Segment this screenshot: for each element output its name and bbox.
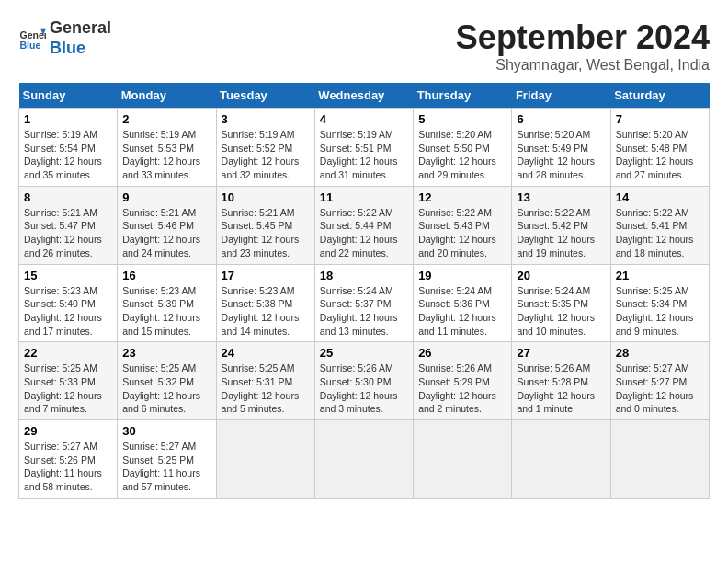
day-info: Sunrise: 5:23 AMSunset: 5:40 PMDaylight:…: [24, 284, 112, 339]
calendar-week-3: 15Sunrise: 5:23 AMSunset: 5:40 PMDayligh…: [19, 264, 710, 342]
header-cell-monday: Monday: [118, 83, 216, 109]
month-title: September 2024: [456, 18, 710, 57]
header-cell-wednesday: Wednesday: [314, 83, 413, 109]
day-info: Sunrise: 5:25 AMSunset: 5:34 PMDaylight:…: [616, 284, 704, 339]
day-cell-29: 29Sunrise: 5:27 AMSunset: 5:26 PMDayligh…: [19, 420, 118, 499]
day-cell-8: 8Sunrise: 5:21 AMSunset: 5:47 PMDaylight…: [19, 186, 118, 264]
day-cell-19: 19Sunrise: 5:24 AMSunset: 5:36 PMDayligh…: [414, 264, 512, 342]
day-cell-25: 25Sunrise: 5:26 AMSunset: 5:30 PMDayligh…: [314, 342, 413, 420]
day-number: 9: [122, 190, 210, 204]
day-cell-16: 16Sunrise: 5:23 AMSunset: 5:39 PMDayligh…: [118, 264, 216, 342]
day-number: 28: [616, 346, 704, 360]
day-number: 29: [24, 424, 112, 438]
day-number: 24: [222, 346, 310, 360]
day-info: Sunrise: 5:19 AMSunset: 5:53 PMDaylight:…: [122, 128, 210, 182]
day-number: 25: [320, 346, 408, 360]
day-cell-2: 2Sunrise: 5:19 AMSunset: 5:53 PMDaylight…: [118, 109, 216, 187]
day-number: 16: [122, 269, 210, 282]
day-info: Sunrise: 5:23 AMSunset: 5:39 PMDaylight:…: [122, 284, 210, 339]
calendar-week-4: 22Sunrise: 5:25 AMSunset: 5:33 PMDayligh…: [19, 342, 710, 420]
day-info: Sunrise: 5:27 AMSunset: 5:26 PMDaylight:…: [24, 440, 112, 494]
day-cell-28: 28Sunrise: 5:27 AMSunset: 5:27 PMDayligh…: [610, 342, 709, 420]
day-number: 10: [222, 190, 310, 204]
day-info: Sunrise: 5:22 AMSunset: 5:43 PMDaylight:…: [418, 206, 506, 260]
day-number: 5: [418, 112, 506, 126]
day-number: 23: [122, 346, 210, 360]
day-info: Sunrise: 5:27 AMSunset: 5:25 PMDaylight:…: [122, 440, 210, 494]
calendar-week-5: 29Sunrise: 5:27 AMSunset: 5:26 PMDayligh…: [19, 420, 710, 499]
empty-cell: [610, 420, 709, 499]
day-info: Sunrise: 5:27 AMSunset: 5:27 PMDaylight:…: [616, 362, 704, 416]
day-cell-21: 21Sunrise: 5:25 AMSunset: 5:34 PMDayligh…: [610, 264, 709, 342]
day-cell-5: 5Sunrise: 5:20 AMSunset: 5:50 PMDaylight…: [414, 109, 512, 187]
day-info: Sunrise: 5:23 AMSunset: 5:38 PMDaylight:…: [222, 284, 310, 339]
day-info: Sunrise: 5:20 AMSunset: 5:50 PMDaylight:…: [418, 128, 506, 182]
day-cell-26: 26Sunrise: 5:26 AMSunset: 5:29 PMDayligh…: [414, 342, 512, 420]
day-cell-18: 18Sunrise: 5:24 AMSunset: 5:37 PMDayligh…: [314, 264, 413, 342]
day-info: Sunrise: 5:22 AMSunset: 5:41 PMDaylight:…: [616, 206, 704, 260]
day-number: 21: [616, 269, 704, 282]
svg-text:Blue: Blue: [20, 40, 41, 51]
day-number: 7: [616, 112, 704, 126]
header-cell-friday: Friday: [512, 83, 610, 109]
page-header: General Blue General Blue September 2024…: [18, 18, 710, 74]
day-cell-7: 7Sunrise: 5:20 AMSunset: 5:48 PMDaylight…: [610, 109, 709, 187]
logo-icon: General Blue: [18, 25, 46, 52]
day-info: Sunrise: 5:26 AMSunset: 5:29 PMDaylight:…: [418, 362, 506, 416]
day-number: 13: [517, 190, 605, 204]
day-number: 22: [24, 346, 112, 360]
day-cell-27: 27Sunrise: 5:26 AMSunset: 5:28 PMDayligh…: [512, 342, 610, 420]
day-number: 30: [122, 424, 210, 438]
day-cell-22: 22Sunrise: 5:25 AMSunset: 5:33 PMDayligh…: [19, 342, 118, 420]
day-cell-23: 23Sunrise: 5:25 AMSunset: 5:32 PMDayligh…: [118, 342, 216, 420]
day-cell-3: 3Sunrise: 5:19 AMSunset: 5:52 PMDaylight…: [216, 109, 314, 187]
title-area: September 2024 Shyamnagar, West Bengal, …: [456, 18, 710, 74]
day-info: Sunrise: 5:20 AMSunset: 5:49 PMDaylight:…: [517, 128, 605, 182]
calendar-week-1: 1Sunrise: 5:19 AMSunset: 5:54 PMDaylight…: [19, 109, 710, 187]
day-number: 15: [24, 269, 112, 282]
empty-cell: [314, 420, 413, 499]
day-info: Sunrise: 5:22 AMSunset: 5:44 PMDaylight:…: [320, 206, 408, 260]
day-info: Sunrise: 5:22 AMSunset: 5:42 PMDaylight:…: [517, 206, 605, 260]
day-number: 8: [24, 190, 112, 204]
day-cell-15: 15Sunrise: 5:23 AMSunset: 5:40 PMDayligh…: [19, 264, 118, 342]
day-info: Sunrise: 5:19 AMSunset: 5:52 PMDaylight:…: [222, 128, 310, 182]
day-info: Sunrise: 5:26 AMSunset: 5:30 PMDaylight:…: [320, 362, 408, 416]
header-cell-sunday: Sunday: [19, 83, 118, 109]
day-number: 12: [418, 190, 506, 204]
day-info: Sunrise: 5:25 AMSunset: 5:31 PMDaylight:…: [222, 362, 310, 416]
header-cell-tuesday: Tuesday: [216, 83, 314, 109]
day-cell-4: 4Sunrise: 5:19 AMSunset: 5:51 PMDaylight…: [314, 109, 413, 187]
day-number: 6: [517, 112, 605, 126]
day-info: Sunrise: 5:21 AMSunset: 5:47 PMDaylight:…: [24, 206, 112, 260]
day-cell-24: 24Sunrise: 5:25 AMSunset: 5:31 PMDayligh…: [216, 342, 314, 420]
logo-text: General Blue: [50, 18, 111, 58]
header-row: SundayMondayTuesdayWednesdayThursdayFrid…: [19, 83, 710, 109]
day-info: Sunrise: 5:24 AMSunset: 5:35 PMDaylight:…: [517, 284, 605, 339]
day-number: 20: [517, 269, 605, 282]
day-cell-20: 20Sunrise: 5:24 AMSunset: 5:35 PMDayligh…: [512, 264, 610, 342]
day-number: 19: [418, 269, 506, 282]
day-info: Sunrise: 5:25 AMSunset: 5:32 PMDaylight:…: [122, 362, 210, 416]
empty-cell: [512, 420, 610, 499]
header-cell-saturday: Saturday: [610, 83, 709, 109]
calendar-week-2: 8Sunrise: 5:21 AMSunset: 5:47 PMDaylight…: [19, 186, 710, 264]
day-cell-11: 11Sunrise: 5:22 AMSunset: 5:44 PMDayligh…: [314, 186, 413, 264]
day-number: 14: [616, 190, 704, 204]
day-info: Sunrise: 5:20 AMSunset: 5:48 PMDaylight:…: [616, 128, 704, 182]
day-info: Sunrise: 5:21 AMSunset: 5:46 PMDaylight:…: [122, 206, 210, 260]
day-cell-30: 30Sunrise: 5:27 AMSunset: 5:25 PMDayligh…: [118, 420, 216, 499]
day-number: 3: [222, 112, 310, 126]
day-cell-1: 1Sunrise: 5:19 AMSunset: 5:54 PMDaylight…: [19, 109, 118, 187]
header-cell-thursday: Thursday: [414, 83, 512, 109]
day-number: 1: [24, 112, 112, 126]
day-info: Sunrise: 5:19 AMSunset: 5:51 PMDaylight:…: [320, 128, 408, 182]
day-number: 27: [517, 346, 605, 360]
day-info: Sunrise: 5:26 AMSunset: 5:28 PMDaylight:…: [517, 362, 605, 416]
day-info: Sunrise: 5:19 AMSunset: 5:54 PMDaylight:…: [24, 128, 112, 182]
day-cell-10: 10Sunrise: 5:21 AMSunset: 5:45 PMDayligh…: [216, 186, 314, 264]
day-info: Sunrise: 5:21 AMSunset: 5:45 PMDaylight:…: [222, 206, 310, 260]
day-number: 18: [320, 269, 408, 282]
logo: General Blue General Blue: [18, 18, 111, 58]
empty-cell: [216, 420, 314, 499]
